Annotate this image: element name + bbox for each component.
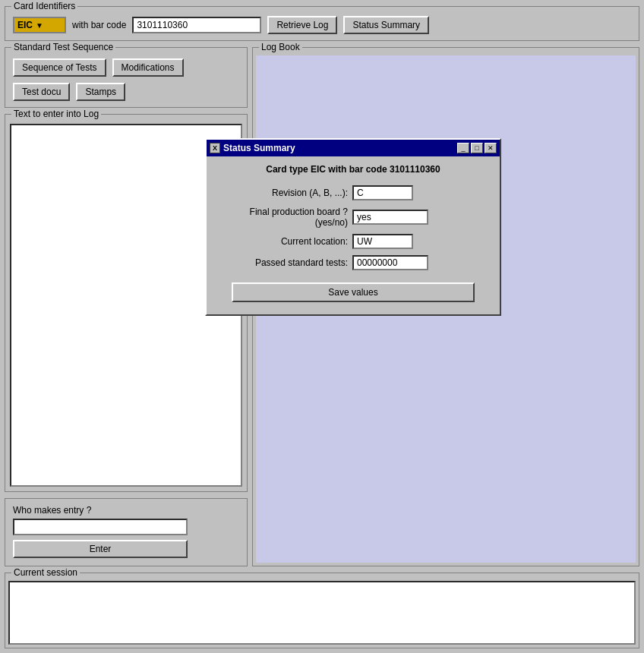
revision-input[interactable] xyxy=(352,185,413,200)
barcode-input[interactable] xyxy=(132,17,261,33)
passed-tests-row: Passed standard tests: xyxy=(219,255,488,270)
who-makes-input[interactable] xyxy=(13,519,188,535)
final-prod-label: Final production board ? (yes/no) xyxy=(219,207,348,228)
dialog-title-text: Status Summary xyxy=(223,143,295,153)
current-session-label: Current session xyxy=(11,567,80,578)
enter-button[interactable]: Enter xyxy=(13,540,188,558)
log-book-label: Log Book xyxy=(259,42,302,52)
who-makes-label: Who makes entry ? xyxy=(13,505,91,516)
with-bar-code-label: with bar code xyxy=(72,20,126,30)
who-makes-section: Who makes entry ? Enter xyxy=(5,498,248,566)
session-area[interactable] xyxy=(8,581,636,645)
card-identifiers-section: Card Identifiers EIC ▼ with bar code Ret… xyxy=(5,6,639,41)
dialog-maximize-button[interactable]: □ xyxy=(471,143,483,153)
current-loc-label: Current location: xyxy=(219,236,348,247)
revision-label: Revision (A, B, ...): xyxy=(219,188,348,198)
dialog-close-button[interactable]: ✕ xyxy=(485,143,497,153)
dialog-title-left: X Status Summary xyxy=(210,143,295,153)
docu-btn-row: Test docu Stamps xyxy=(13,83,239,101)
dialog-titlebar: X Status Summary _ □ ✕ xyxy=(207,140,500,156)
passed-tests-input[interactable] xyxy=(352,255,428,270)
revision-row: Revision (A, B, ...): xyxy=(219,185,488,200)
save-values-button[interactable]: Save values xyxy=(232,282,475,302)
main-container: Card Identifiers EIC ▼ with bar code Ret… xyxy=(0,0,644,653)
dialog-controls: _ □ ✕ xyxy=(457,143,497,153)
dialog-subtitle: Card type EIC with bar code 3101110360 xyxy=(219,164,488,175)
final-prod-row: Final production board ? (yes/no) xyxy=(219,207,488,228)
text-log-label: Text to enter into Log xyxy=(11,109,101,119)
current-session-section: Current session xyxy=(5,573,639,648)
card-identifiers-label: Card Identifiers xyxy=(11,1,77,11)
dialog-content: Card type EIC with bar code 3101110360 R… xyxy=(207,156,500,314)
standard-test-section: Standard Test Sequence Sequence of Tests… xyxy=(5,47,248,108)
sequence-of-tests-button[interactable]: Sequence of Tests xyxy=(13,58,106,77)
status-summary-button[interactable]: Status Summary xyxy=(343,16,429,34)
modifications-button[interactable]: Modifications xyxy=(112,58,184,77)
final-prod-input[interactable] xyxy=(352,210,428,225)
test-docu-button[interactable]: Test docu xyxy=(13,83,70,101)
status-summary-dialog: X Status Summary _ □ ✕ Card type EIC wit… xyxy=(205,138,501,316)
save-btn-row: Save values xyxy=(219,282,488,302)
eic-dropdown[interactable]: EIC ▼ xyxy=(13,17,66,33)
eic-value: EIC xyxy=(17,20,33,30)
passed-tests-label: Passed standard tests: xyxy=(219,257,348,268)
dropdown-arrow-icon: ▼ xyxy=(36,21,43,30)
stamps-button[interactable]: Stamps xyxy=(76,83,125,101)
current-loc-row: Current location: xyxy=(219,234,488,249)
card-id-row: EIC ▼ with bar code Retrieve Log Status … xyxy=(13,13,631,34)
current-loc-input[interactable] xyxy=(352,234,413,249)
standard-test-label: Standard Test Sequence xyxy=(11,42,115,52)
dialog-minimize-button[interactable]: _ xyxy=(457,143,469,153)
retrieve-log-button[interactable]: Retrieve Log xyxy=(267,16,337,34)
dialog-icon: X xyxy=(210,143,220,153)
sequence-btn-row: Sequence of Tests Modifications xyxy=(13,58,239,77)
